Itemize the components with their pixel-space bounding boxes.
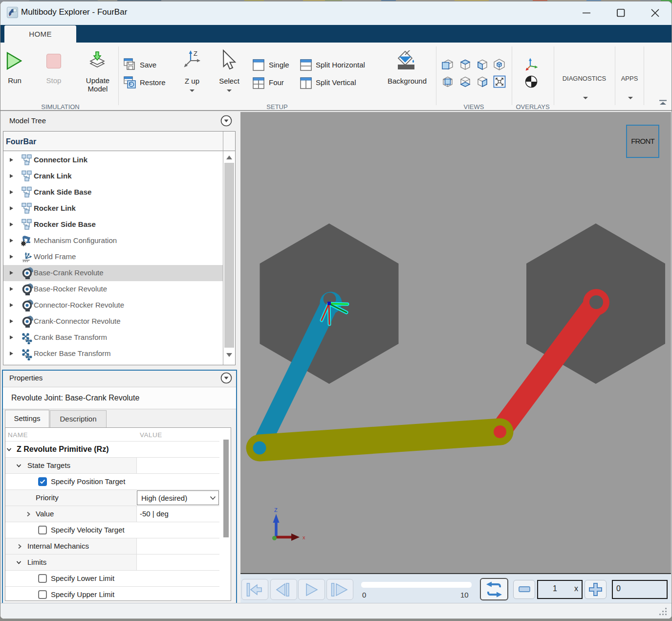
svg-text:Z: Z xyxy=(194,50,197,57)
svg-text:x: x xyxy=(303,534,305,540)
svg-text:Z: Z xyxy=(274,507,278,513)
